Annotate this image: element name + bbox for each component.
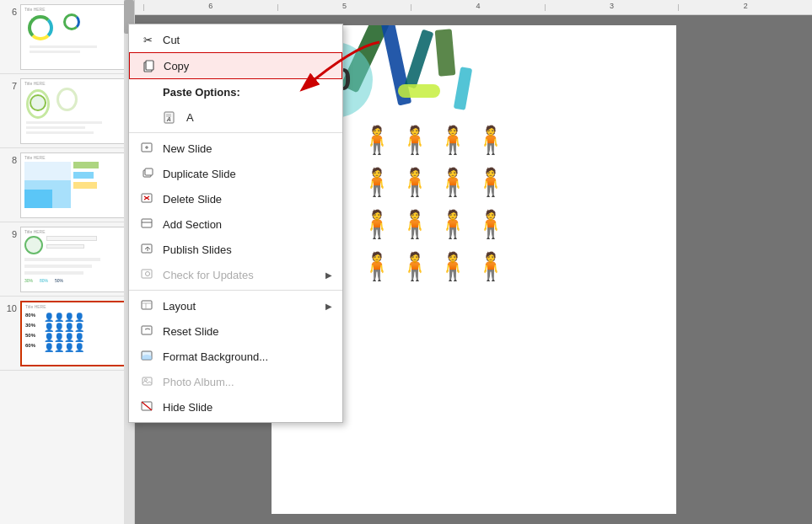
layout-icon bbox=[139, 297, 156, 314]
slide-number-8: 8 bbox=[5, 152, 17, 165]
duplicate-slide-icon bbox=[139, 165, 156, 182]
menu-item-paste-a[interactable]: A A bbox=[129, 104, 342, 130]
menu-label-copy: Copy bbox=[164, 60, 189, 72]
slide-item-9[interactable]: 9 Title HERE 30% 80% 50% bbox=[0, 222, 134, 297]
slide-number-10: 10 bbox=[5, 300, 17, 313]
menu-label-cut: Cut bbox=[163, 34, 180, 46]
menu-item-publish-slides[interactable]: Publish Slides bbox=[129, 237, 342, 262]
menu-label-duplicate-slide: Duplicate Slide bbox=[163, 168, 236, 180]
menu-item-reset-slide[interactable]: Reset Slide bbox=[129, 318, 342, 344]
human-icon-30-2: 🧍 bbox=[398, 168, 432, 195]
menu-item-delete-slide[interactable]: Delete Slide bbox=[129, 186, 342, 211]
menu-item-cut[interactable]: ✂ Cut bbox=[129, 27, 342, 52]
human-icon-80-2: 🧍 bbox=[398, 126, 432, 153]
format-bg-icon bbox=[139, 348, 156, 365]
svg-rect-23 bbox=[143, 377, 152, 385]
menu-label-photo-album: Photo Album... bbox=[163, 376, 234, 388]
menu-label-publish-slides: Publish Slides bbox=[163, 243, 232, 256]
human-icon-80-4: 🧍 bbox=[474, 126, 508, 153]
slide-panel: 6 Title HERE 7 Title HERE bbox=[0, 0, 135, 524]
human-icon-30-3: 🧍 bbox=[436, 168, 470, 195]
slide-thumb-9[interactable]: Title HERE 30% 80% 50% bbox=[20, 227, 129, 292]
human-icon-30-4: 🧍 bbox=[474, 168, 508, 195]
human-icons-80: 🧍 🧍 🧍 🧍 bbox=[360, 126, 508, 153]
menu-label-format-bg: Format Background... bbox=[163, 350, 268, 363]
human-icon-80-3: 🧍 bbox=[436, 126, 470, 153]
copy-icon bbox=[140, 57, 157, 74]
menu-label-add-section: Add Section bbox=[163, 218, 222, 231]
slide-thumb-6[interactable]: Title HERE bbox=[20, 4, 129, 70]
context-menu: ✂ Cut Copy · Paste Options: A A bbox=[128, 24, 343, 423]
menu-item-duplicate-slide[interactable]: Duplicate Slide bbox=[129, 161, 342, 186]
shape-lime bbox=[398, 84, 440, 98]
human-icon-50-4: 🧍 bbox=[474, 211, 508, 238]
menu-label-new-slide: New Slide bbox=[163, 142, 212, 155]
human-icon-60-2: 🧍 bbox=[398, 253, 432, 280]
human-icons-30: 🧍 🧍 🧍 🧍 bbox=[360, 168, 508, 195]
reset-slide-icon bbox=[139, 323, 156, 340]
svg-rect-18 bbox=[142, 301, 152, 309]
menu-item-format-bg[interactable]: Format Background... bbox=[129, 344, 342, 369]
svg-text:A: A bbox=[166, 116, 171, 122]
human-icon-50-3: 🧍 bbox=[436, 211, 470, 238]
svg-rect-1 bbox=[146, 61, 153, 70]
menu-label-check-updates: Check for Updates bbox=[163, 269, 254, 281]
slide-thumb-8[interactable]: Title HERE bbox=[20, 152, 129, 218]
human-icon-60-3: 🧍 bbox=[436, 253, 470, 280]
slide-item-7[interactable]: 7 Title HERE bbox=[0, 74, 134, 148]
shape-cyan bbox=[453, 67, 471, 110]
human-icon-60-1: 🧍 bbox=[360, 253, 394, 280]
menu-item-add-section[interactable]: Add Section bbox=[129, 211, 342, 237]
menu-item-check-updates[interactable]: Check for Updates ▶ bbox=[129, 262, 342, 287]
menu-item-copy[interactable]: Copy bbox=[129, 52, 342, 79]
paste-section-label: Paste Options: bbox=[163, 86, 240, 99]
separator-2 bbox=[129, 290, 342, 291]
cut-icon: ✂ bbox=[139, 31, 156, 48]
slide-item-8[interactable]: 8 Title HERE bbox=[0, 148, 134, 222]
slide-item-6[interactable]: 6 Title HERE bbox=[0, 0, 134, 74]
human-icon-50-2: 🧍 bbox=[398, 211, 432, 238]
slide-item-10[interactable]: 10 Title HERE 80% 30% 50% 60% 👤👤👤👤 👤👤👤👤 … bbox=[0, 297, 134, 371]
human-icon-30-1: 🧍 bbox=[360, 168, 394, 195]
check-updates-arrow: ▶ bbox=[325, 270, 332, 280]
menu-label-paste-a: A bbox=[186, 111, 194, 124]
slide-thumb-10[interactable]: Title HERE 80% 30% 50% 60% 👤👤👤👤 👤👤👤👤 👤👤👤… bbox=[20, 301, 129, 366]
menu-label-reset-slide: Reset Slide bbox=[163, 325, 218, 338]
menu-paste-section: · Paste Options: bbox=[129, 79, 342, 104]
add-section-icon bbox=[139, 216, 156, 233]
shape-green2 bbox=[434, 29, 455, 77]
menu-item-layout[interactable]: Layout ▶ bbox=[129, 293, 342, 318]
photo-album-icon bbox=[139, 373, 156, 390]
publish-slides-icon bbox=[139, 241, 156, 258]
human-icons-50: 🧍 🧍 🧍 🧍 bbox=[360, 211, 508, 238]
slide-number-7: 7 bbox=[5, 78, 17, 91]
ruler-mark-5: 5 bbox=[277, 4, 411, 11]
paste-a-icon: A bbox=[163, 109, 180, 126]
menu-item-hide-slide[interactable]: Hide Slide bbox=[129, 394, 342, 420]
separator-1 bbox=[129, 132, 342, 133]
menu-label-delete-slide: Delete Slide bbox=[163, 193, 222, 206]
hide-slide-icon bbox=[139, 398, 156, 415]
svg-rect-12 bbox=[142, 219, 152, 227]
menu-item-photo-album[interactable]: Photo Album... bbox=[129, 369, 342, 394]
human-icon-80-1: 🧍 bbox=[360, 126, 394, 153]
human-icon-50-1: 🧍 bbox=[360, 211, 394, 238]
ruler-mark-6: 6 bbox=[143, 4, 277, 11]
human-icons-60: 🧍 🧍 🧍 🧍 bbox=[360, 253, 508, 280]
svg-rect-14 bbox=[142, 244, 152, 253]
check-updates-icon bbox=[139, 266, 156, 283]
slide-thumb-7[interactable]: Title HERE bbox=[20, 78, 129, 144]
menu-label-layout: Layout bbox=[163, 300, 196, 313]
svg-rect-21 bbox=[142, 326, 152, 334]
svg-rect-16 bbox=[142, 270, 152, 278]
layout-arrow: ▶ bbox=[325, 302, 332, 311]
svg-rect-8 bbox=[145, 168, 153, 175]
menu-item-new-slide[interactable]: New Slide bbox=[129, 136, 342, 161]
new-slide-icon bbox=[139, 140, 156, 157]
ruler-mark-3: 3 bbox=[545, 4, 679, 11]
ruler-mark-2: 2 bbox=[678, 4, 812, 11]
menu-label-hide-slide: Hide Slide bbox=[163, 401, 212, 414]
human-icon-60-4: 🧍 bbox=[474, 253, 508, 280]
shape-teal bbox=[404, 29, 433, 89]
slide-number-9: 9 bbox=[5, 226, 17, 239]
